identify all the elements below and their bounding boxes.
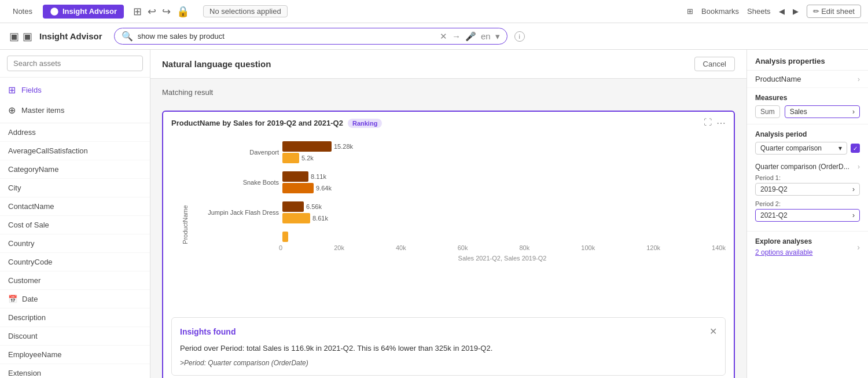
bar-item-snakeboots-2: 9.64k xyxy=(282,183,726,193)
period2-label: Period 2: xyxy=(755,200,860,207)
bookmarks-btn[interactable]: Bookmarks xyxy=(701,7,739,16)
bar-item-jumpinjack-2: 8.61k xyxy=(282,213,726,223)
measures-section: Measures Sum Sales › xyxy=(747,88,868,124)
quarter-order-chevron: › xyxy=(858,163,860,171)
sidebar-search-container xyxy=(0,50,150,78)
nav-next-icon[interactable]: ▶ xyxy=(793,7,799,16)
period1-value[interactable]: 2019-Q2 › xyxy=(755,183,860,196)
bar-value-snakeboots-2019: 8.11k xyxy=(311,173,326,180)
toggle-right-panel-icon[interactable]: ▣ xyxy=(23,30,32,43)
insight-advisor-tab[interactable]: Insight Advisor xyxy=(43,5,124,19)
chart-card-header: ProductName by Sales for 2019-Q2 and 202… xyxy=(163,112,734,132)
expand-icon[interactable]: ⛶ xyxy=(704,118,712,129)
sheets-btn[interactable]: Sheets xyxy=(747,7,770,16)
analysis-properties-title: Analysis properties xyxy=(747,50,868,71)
field-averagecallsatisfaction[interactable]: AverageCallSatisfaction xyxy=(0,142,150,160)
left-sidebar: ⊞ Fields ⊕ Master items Address AverageC… xyxy=(0,50,150,378)
sidebar-search-input[interactable] xyxy=(7,56,143,71)
field-description[interactable]: Description xyxy=(0,309,150,327)
bar-item-davenport-2: 5.2k xyxy=(282,153,726,163)
bar-last xyxy=(282,232,288,242)
sidebar-item-master-items[interactable]: ⊕ Master items xyxy=(0,100,150,120)
toggle-left-panel-icon[interactable]: ▣ xyxy=(9,30,19,43)
language-select[interactable]: en xyxy=(481,31,491,41)
page-title: Insight Advisor xyxy=(39,31,102,41)
top-bar: Notes Insight Advisor ⊞ ↩ ↪ 🔒 No selecti… xyxy=(0,0,868,23)
bar-davenport-2021 xyxy=(282,153,299,163)
period1-label: Period 1: xyxy=(755,174,860,181)
explore-link[interactable]: 2 options available xyxy=(755,248,812,256)
cancel-button[interactable]: Cancel xyxy=(694,57,735,71)
field-categoryname[interactable]: CategoryName xyxy=(0,160,150,179)
quarter-dropdown-chevron: ▾ xyxy=(838,144,842,152)
edit-sheet-button[interactable]: ✏ Edit sheet xyxy=(807,5,861,18)
sales-selector[interactable]: Sales › xyxy=(785,105,860,118)
quarter-comparison-order-item[interactable]: Quarter comparison (OrderD... › xyxy=(755,159,860,174)
field-extension[interactable]: Extension xyxy=(0,364,150,378)
bar-chart: ProductName Davenport 15.28k xyxy=(163,132,734,317)
period2-value[interactable]: 2021-Q2 › xyxy=(755,209,860,222)
matching-result-label: Matching result xyxy=(162,88,735,97)
bar-rows: Davenport 15.28k 5.2k xyxy=(198,135,726,242)
field-customer[interactable]: Customer xyxy=(0,271,150,290)
y-axis-label: ProductName xyxy=(182,205,189,244)
nav-prev-icon[interactable]: ◀ xyxy=(779,7,785,16)
analysis-period-section: Analysis period Quarter comparison ▾ Qua… xyxy=(747,124,868,232)
product-label-davenport: Davenport xyxy=(198,149,279,156)
field-address[interactable]: Address xyxy=(0,123,150,142)
period1-row: Period 1: 2019-Q2 › xyxy=(755,174,860,196)
bar-row-davenport: Davenport 15.28k 5.2k xyxy=(198,141,726,163)
chart-title: ProductName by Sales for 2019-Q2 and 202… xyxy=(171,119,343,127)
more-options-icon[interactable]: ⋯ xyxy=(716,118,726,129)
field-country[interactable]: Country xyxy=(0,234,150,253)
field-date[interactable]: 📅 Date xyxy=(0,290,150,309)
field-countrycode[interactable]: CountryCode xyxy=(0,253,150,271)
clear-search-icon[interactable]: ✕ xyxy=(440,31,447,42)
product-label-jumpinjack: Jumpin Jack Flash Dress xyxy=(198,209,279,216)
main-layout: ⊞ Fields ⊕ Master items Address AverageC… xyxy=(0,50,868,378)
period1-chevron: › xyxy=(852,185,855,193)
field-city[interactable]: City xyxy=(0,179,150,197)
bar-group-last xyxy=(282,232,726,242)
undo-icon[interactable]: ↩ xyxy=(148,5,156,18)
info-icon[interactable]: i xyxy=(514,31,525,42)
analysis-period-label: Analysis period xyxy=(755,130,860,138)
search-input[interactable] xyxy=(138,32,435,41)
notes-tab[interactable]: Notes xyxy=(7,7,38,16)
sales-chevron: › xyxy=(852,108,855,116)
insights-wrapper: Insights found ✕ Period over Period: tot… xyxy=(163,317,734,378)
submit-search-icon[interactable]: → xyxy=(452,31,461,41)
bar-snakeboots-2021 xyxy=(282,183,314,193)
search-icon: 🔍 xyxy=(122,31,133,42)
quarter-comparison-checkbox[interactable] xyxy=(851,144,860,153)
bar-snakeboots-2019 xyxy=(282,171,308,182)
bar-row-jumpinjack: Jumpin Jack Flash Dress 6.56k 8.61k xyxy=(198,201,726,223)
microphone-icon[interactable]: 🎤 xyxy=(465,31,476,42)
sum-selector[interactable]: Sum xyxy=(755,105,780,118)
sidebar-item-fields[interactable]: ⊞ Fields xyxy=(0,80,150,100)
insights-close-icon[interactable]: ✕ xyxy=(709,326,717,337)
grid-icon[interactable]: ⊞ xyxy=(687,7,693,16)
second-bar: ▣ ▣ Insight Advisor 🔍 ✕ → 🎤 en ▾ i xyxy=(0,23,868,50)
x-axis-label: Sales 2021-Q2, Sales 2019-Q2 xyxy=(198,255,726,262)
quarter-comparison-dropdown[interactable]: Quarter comparison ▾ xyxy=(755,142,847,155)
lang-chevron-icon[interactable]: ▾ xyxy=(495,31,500,42)
right-panel: Analysis properties ProductName › Measur… xyxy=(746,50,868,378)
product-name-item[interactable]: ProductName › xyxy=(747,71,868,88)
lock-icon[interactable]: 🔒 xyxy=(176,5,189,18)
bar-value-davenport-2019: 15.28k xyxy=(334,143,353,150)
toolbar-icons: ⊞ ↩ ↪ 🔒 xyxy=(133,5,189,18)
field-discount[interactable]: Discount xyxy=(0,327,150,346)
search-bar-icons: ✕ → 🎤 en ▾ xyxy=(440,31,500,42)
explore-chevron[interactable]: › xyxy=(857,243,860,252)
sidebar-nav: ⊞ Fields ⊕ Master items xyxy=(0,78,150,123)
field-costofsale[interactable]: Cost of Sale xyxy=(0,216,150,234)
bar-item-davenport-1: 15.28k xyxy=(282,141,726,152)
redo-icon[interactable]: ↪ xyxy=(162,5,171,18)
bar-group-snakeboots: 8.11k 9.64k xyxy=(282,171,726,193)
panel-toggle: ▣ ▣ xyxy=(9,30,32,43)
bar-group-jumpinjack: 6.56k 8.61k xyxy=(282,201,726,223)
view-icon[interactable]: ⊞ xyxy=(133,5,142,18)
field-contactname[interactable]: ContactName xyxy=(0,197,150,216)
field-employeename[interactable]: EmployeeName xyxy=(0,346,150,364)
